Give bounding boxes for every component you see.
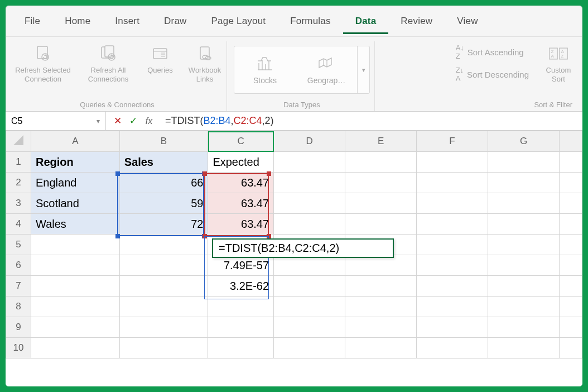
cell-B6[interactable] xyxy=(119,255,208,276)
col-header-G[interactable]: G xyxy=(488,131,560,152)
cell-H4[interactable] xyxy=(559,214,582,235)
cell-D7[interactable] xyxy=(274,276,345,297)
cell-D3[interactable] xyxy=(274,193,345,214)
tab-review[interactable]: Review xyxy=(388,8,445,34)
cell-A1[interactable]: Region xyxy=(31,152,120,173)
tab-view[interactable]: View xyxy=(445,8,490,34)
cell-C4[interactable]: 63.47 xyxy=(208,214,274,235)
sort-ascending-button[interactable]: A↓Z Sort Ascending xyxy=(456,44,529,60)
cell-F4[interactable] xyxy=(417,214,488,235)
cell-C6[interactable]: 7.49E-57 xyxy=(208,255,274,276)
cancel-formula-button[interactable]: ✕ xyxy=(112,115,124,127)
cell-D10[interactable] xyxy=(274,338,345,358)
cell-B10[interactable] xyxy=(119,338,208,358)
cell-F10[interactable] xyxy=(417,338,488,358)
tab-file[interactable]: File xyxy=(12,8,52,34)
range-handle[interactable] xyxy=(203,171,207,176)
cell-F6[interactable] xyxy=(417,255,488,276)
cell-E3[interactable] xyxy=(345,193,417,214)
tab-formulas[interactable]: Formulas xyxy=(278,8,343,34)
cell-C10[interactable] xyxy=(208,338,274,358)
cell-E10[interactable] xyxy=(345,338,417,358)
cell-H7[interactable] xyxy=(559,276,582,297)
cell-H10[interactable] xyxy=(559,338,582,358)
select-all-corner[interactable] xyxy=(6,131,31,152)
cell-E6[interactable] xyxy=(345,255,417,276)
cell-H5[interactable] xyxy=(559,235,582,255)
name-box-dropdown-icon[interactable]: ▾ xyxy=(97,117,100,125)
cell-F9[interactable] xyxy=(417,317,488,338)
spreadsheet-grid[interactable]: A B C D E F G 1 Region Sales Expected 2 … xyxy=(6,131,582,386)
cell-G8[interactable] xyxy=(488,297,560,317)
cell-B9[interactable] xyxy=(119,317,208,338)
cell-F8[interactable] xyxy=(417,297,488,317)
sort-descending-button[interactable]: Z↓A Sort Descending xyxy=(456,66,529,83)
stocks-datatype[interactable]: Stocks xyxy=(234,46,296,93)
cell-E8[interactable] xyxy=(345,297,417,317)
range-handle[interactable] xyxy=(267,171,271,176)
cell-B7[interactable] xyxy=(119,276,208,297)
row-header-2[interactable]: 2 xyxy=(6,173,31,193)
cell-E2[interactable] xyxy=(345,173,417,193)
cell-F2[interactable] xyxy=(417,173,488,193)
cell-C3[interactable]: 63.47 xyxy=(208,193,274,214)
col-header-C[interactable]: C xyxy=(208,131,274,152)
workbook-links-button[interactable]: Workbook Links xyxy=(187,44,222,84)
cell-B4[interactable]: 72 xyxy=(119,214,208,235)
cell-C2[interactable]: 63.47 xyxy=(208,173,274,193)
cell-B2[interactable]: 66 xyxy=(119,173,208,193)
cell-B3[interactable]: 59 xyxy=(119,193,208,214)
cell-D1[interactable] xyxy=(274,152,345,173)
row-header-5[interactable]: 5 xyxy=(6,235,31,255)
cell-A10[interactable] xyxy=(31,338,120,358)
col-header-F[interactable]: F xyxy=(417,131,488,152)
cell-H3[interactable] xyxy=(559,193,582,214)
range-handle[interactable] xyxy=(115,171,120,176)
queries-button[interactable]: Queries xyxy=(143,44,177,75)
cell-A3[interactable]: Scotland xyxy=(31,193,120,214)
cell-H6[interactable] xyxy=(559,255,582,276)
row-header-9[interactable]: 9 xyxy=(6,317,31,338)
cell-D9[interactable] xyxy=(274,317,345,338)
cell-F5[interactable] xyxy=(417,235,488,255)
cell-G1[interactable] xyxy=(488,152,560,173)
cell-A5[interactable] xyxy=(31,235,120,255)
col-header-extra[interactable] xyxy=(559,131,582,152)
tab-draw[interactable]: Draw xyxy=(152,8,199,34)
cell-B5[interactable] xyxy=(119,235,208,255)
cell-F7[interactable] xyxy=(417,276,488,297)
cell-G10[interactable] xyxy=(488,338,560,358)
cell-H8[interactable] xyxy=(559,297,582,317)
name-box[interactable]: C5 ▾ xyxy=(6,112,106,130)
cell-A6[interactable] xyxy=(31,255,120,276)
cell-G4[interactable] xyxy=(488,214,560,235)
cell-H2[interactable] xyxy=(559,173,582,193)
data-types-expand[interactable]: ▾ xyxy=(357,46,369,93)
cell-G5[interactable] xyxy=(488,235,560,255)
row-header-7[interactable]: 7 xyxy=(6,276,31,297)
range-handle[interactable] xyxy=(203,234,207,238)
cell-C7[interactable]: 3.2E-62 xyxy=(208,276,274,297)
cell-E5[interactable] xyxy=(345,235,417,255)
tab-data[interactable]: Data xyxy=(343,8,389,34)
cell-E1[interactable] xyxy=(345,152,417,173)
cell-G9[interactable] xyxy=(488,317,560,338)
tab-insert[interactable]: Insert xyxy=(103,8,152,34)
cell-G3[interactable] xyxy=(488,193,560,214)
cell-G6[interactable] xyxy=(488,255,560,276)
cell-G2[interactable] xyxy=(488,173,560,193)
cell-E9[interactable] xyxy=(345,317,417,338)
custom-sort-button[interactable]: ZAAZ Custom Sort xyxy=(541,44,576,84)
cell-A9[interactable] xyxy=(31,317,120,338)
range-handle[interactable] xyxy=(267,234,271,238)
col-header-A[interactable]: A xyxy=(31,131,120,152)
row-header-3[interactable]: 3 xyxy=(6,193,31,214)
cell-B8[interactable] xyxy=(119,297,208,317)
refresh-all-connections-button[interactable]: Refresh All Connections xyxy=(84,44,133,84)
cell-F3[interactable] xyxy=(417,193,488,214)
cell-D6[interactable] xyxy=(274,255,345,276)
row-header-4[interactable]: 4 xyxy=(6,214,31,235)
col-header-E[interactable]: E xyxy=(345,131,417,152)
row-header-8[interactable]: 8 xyxy=(6,297,31,317)
cell-A2[interactable]: England xyxy=(31,173,120,193)
